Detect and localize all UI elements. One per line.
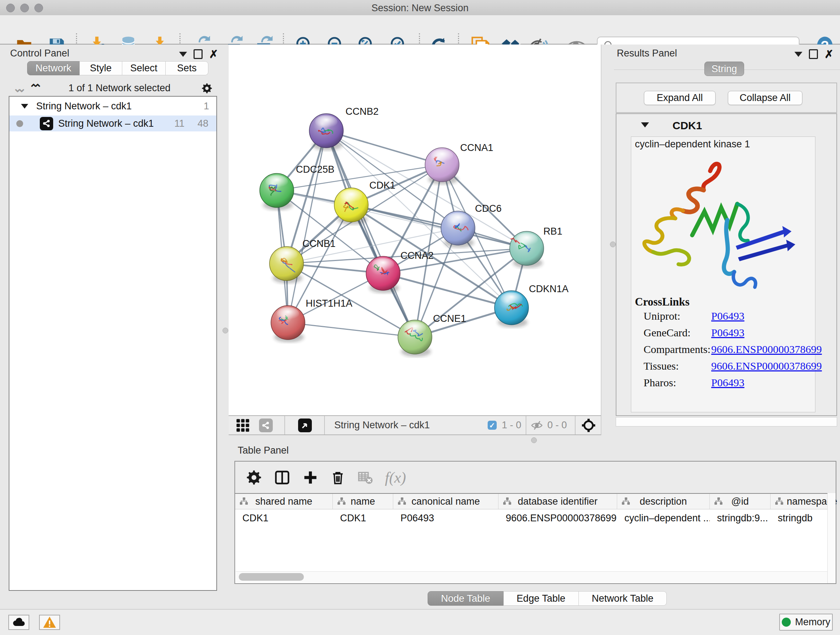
network-row-selected[interactable]: String Network – cdk1 11 48 <box>9 116 216 131</box>
network-edge[interactable] <box>288 323 415 337</box>
collection-label: String Network – cdk1 <box>36 101 204 112</box>
table-horizontal-scrollbar[interactable] <box>236 571 828 583</box>
tab-string[interactable]: String <box>704 62 744 76</box>
crosslink-row: GeneCard:P06493 <box>644 326 810 339</box>
tab-node-table[interactable]: Node Table <box>428 591 504 606</box>
warning-icon <box>42 615 57 630</box>
cdk1-section-title: CDK1 <box>673 119 702 132</box>
add-column-icon[interactable] <box>303 470 317 485</box>
table-cell: 9606.ENSP00000378699 <box>499 509 617 527</box>
warnings-button[interactable] <box>39 615 60 630</box>
hidden-eye-icon[interactable] <box>531 419 543 432</box>
table-cell: stringdb:9... <box>710 509 771 527</box>
column-header[interactable]: description <box>617 494 710 509</box>
crosslink-row: Pharos:P06493 <box>644 377 810 389</box>
node-label-CCNB1: CCNB1 <box>302 238 336 249</box>
selected-nodes-checkbox[interactable]: ✓ <box>488 421 497 430</box>
node-label-CDC6: CDC6 <box>475 203 502 214</box>
tab-network-table[interactable]: Network Table <box>579 591 667 606</box>
column-header[interactable]: @id <box>710 494 771 509</box>
column-type-icon <box>775 497 783 505</box>
tab-select[interactable]: Select <box>122 61 166 75</box>
column-type-icon <box>398 497 406 505</box>
column-type-icon <box>622 497 630 505</box>
column-header[interactable]: database identifier <box>499 494 617 509</box>
pharos-link[interactable]: P06493 <box>711 377 745 389</box>
node-label-CCNA2: CCNA2 <box>401 250 434 261</box>
network-edge[interactable] <box>288 131 326 323</box>
genecard-link[interactable]: P06493 <box>711 326 745 339</box>
table-gear-icon[interactable] <box>247 470 261 485</box>
table-vertical-scrollbar[interactable] <box>827 493 836 583</box>
table-cell: CDK1 <box>235 509 333 527</box>
tab-sets[interactable]: Sets <box>166 61 208 75</box>
tab-network[interactable]: Network <box>27 61 80 75</box>
memory-button[interactable]: Memory <box>779 614 833 631</box>
table-row[interactable]: CDK1CDK1P064939606.ENSP00000378699cyclin… <box>235 509 836 527</box>
network-canvas[interactable]: CCNB2CCNA1CDC25BCDK1CDC6RB1CCNB1CCNA2CDK… <box>229 44 601 415</box>
string-view-icon[interactable] <box>259 418 273 432</box>
string-network-icon <box>40 117 53 130</box>
expand-all-chevron-icon[interactable]: ⌃⌃ <box>29 82 37 95</box>
delete-table-icon[interactable] <box>357 470 373 485</box>
expand-all-button[interactable]: Expand All <box>644 91 715 105</box>
cloud-icon <box>11 615 26 630</box>
network-options-gear-icon[interactable] <box>202 83 212 93</box>
protein-description: cyclin–dependent kinase 1 <box>635 139 750 150</box>
network-collection-row[interactable]: String Network – cdk1 1 <box>9 97 216 116</box>
cdk1-details: cyclin–dependent kinase 1 CrossLinks Uni… <box>631 136 815 412</box>
crosslink-row: Uniprot:P06493 <box>644 310 810 322</box>
tab-style[interactable]: Style <box>80 61 122 75</box>
collapse-all-button[interactable]: Collapse All <box>728 91 802 105</box>
node-table: f(x) shared namenamecanonical namedataba… <box>234 461 836 584</box>
table-header-row: shared namenamecanonical namedatabase id… <box>235 493 836 509</box>
right-splitter-handle[interactable] <box>610 241 616 247</box>
cdk1-section-header[interactable]: CDK1 <box>616 114 836 136</box>
horizontal-splitter-handle[interactable] <box>531 437 537 443</box>
node-label-CCNB2: CCNB2 <box>346 106 379 117</box>
fit-selected-crosshair-icon[interactable] <box>581 417 597 433</box>
crosslink-row: Tissues:9606.ENSP00000378699 <box>644 360 810 372</box>
control-panel-maximize-icon[interactable] <box>194 49 202 59</box>
results-panel-close-icon[interactable]: ✗ <box>824 50 834 58</box>
window-title: Session: New Session <box>0 3 840 14</box>
delete-column-icon[interactable] <box>331 470 345 485</box>
results-panel-maximize-icon[interactable] <box>809 49 818 59</box>
column-header[interactable]: shared name <box>235 494 333 509</box>
node-label-CCNA1: CCNA1 <box>460 142 493 153</box>
network-status-dot <box>16 120 23 127</box>
open-in-window-icon[interactable] <box>298 418 312 432</box>
compartments-link[interactable]: 9606.ENSP00000378699 <box>711 343 822 356</box>
collapse-all-chevron-icon[interactable]: ⌄⌄ <box>13 82 21 95</box>
network-view-toolbar: String Network – cdk1 ✓ 1 - 0 0 - 0 <box>229 415 601 435</box>
uniprot-link[interactable]: P06493 <box>711 310 745 322</box>
left-splitter-handle[interactable] <box>223 328 228 333</box>
crosslinks-title: CrossLinks <box>635 295 690 309</box>
tissues-link[interactable]: 9606.ENSP00000378699 <box>711 360 822 372</box>
network-view-title: String Network – cdk1 <box>334 420 488 431</box>
function-builder-icon[interactable]: f(x) <box>385 469 406 486</box>
column-type-icon <box>337 497 346 505</box>
crosslink-row: Compartments:9606.ENSP00000378699 <box>644 343 810 356</box>
column-type-icon <box>240 497 248 505</box>
table-panel-title: Table Panel <box>238 445 289 456</box>
column-header[interactable]: name <box>333 494 393 509</box>
tab-edge-table[interactable]: Edge Table <box>504 591 579 606</box>
selected-counts: 1 - 0 <box>502 420 521 431</box>
network-tree: String Network – cdk1 1 String Network –… <box>9 96 217 591</box>
control-panel-float-icon[interactable] <box>179 52 187 57</box>
network-edge-count: 48 <box>197 118 208 129</box>
status-bar: Memory <box>0 610 840 635</box>
network-label: String Network – cdk1 <box>58 118 174 129</box>
show-columns-icon[interactable] <box>274 470 290 486</box>
cdk1-collapse-icon[interactable] <box>641 122 649 127</box>
results-panel-float-icon[interactable] <box>794 52 802 57</box>
table-cell: cyclin–dependent ... <box>617 509 710 527</box>
collection-expand-icon[interactable] <box>21 104 28 109</box>
column-header[interactable]: canonical name <box>393 494 499 509</box>
results-panel-title: Results Panel <box>617 48 677 59</box>
node-label-CDC25B: CDC25B <box>296 164 335 175</box>
birds-eye-view-icon[interactable] <box>236 418 251 433</box>
control-panel-close-icon[interactable]: ✗ <box>209 50 218 58</box>
cloud-status-button[interactable] <box>8 615 29 630</box>
